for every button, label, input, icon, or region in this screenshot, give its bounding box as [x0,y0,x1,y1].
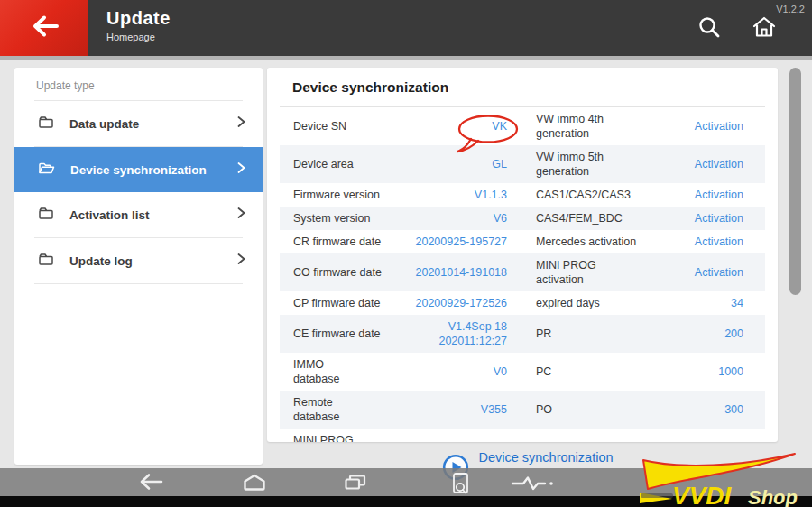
row-value: GL [492,157,507,171]
chevron-right-icon [236,115,246,133]
row-label: MINI PROG activation [536,258,695,287]
sidebar-item-label: Update log [69,254,236,268]
table-row: IMMO databaseV0 PC1000 [280,353,765,391]
sidebar-item-data-update[interactable]: Data update [14,101,263,146]
row-label: Remote database [293,395,481,424]
activation-link[interactable]: Activation [695,265,743,280]
device-info-table: Device SNVK VW immo 4th generationActiva… [280,107,765,442]
activation-link[interactable]: Activation [695,119,743,134]
row-value: V13 [487,440,507,442]
chevron-right-icon [236,161,246,179]
home-icon [751,28,778,43]
row-label: PO [536,402,724,417]
top-bar: Update Homepage V1.2.2 [0,0,812,56]
sidebar-item-device-synchronization[interactable]: Device synchronization [14,147,263,192]
row-label: CO firmware date [293,265,416,280]
row-value: 20201014-191018 [416,265,508,280]
table-row: Device areaGL VW immo 5th generationActi… [280,145,765,183]
row-label: CE firmware date [293,327,438,341]
row-value: 1000 [718,364,743,379]
back-arrow-icon [28,14,60,42]
nav-waveform-icon[interactable] [511,475,558,495]
row-label: CP firmware date [293,296,416,310]
table-row: Remote databaseV355 PO300 [280,391,765,429]
row-label: Device SN [293,119,492,134]
row-label: PR [536,327,724,341]
row-value: V6 [494,211,507,226]
row-label: Device area [293,157,492,171]
folder-open-icon [38,161,55,180]
row-label: Mercedes activation [536,235,695,249]
row-value: 20200929-172526 [416,296,508,310]
row-value: 20200925-195727 [416,235,508,249]
activation-link[interactable]: Activation [695,211,743,226]
sidebar-item-label: Activation list [69,208,236,222]
back-button[interactable] [0,0,88,56]
sidebar-item-update-log[interactable]: Update log [14,238,263,283]
device-sync-panel: Device synchronization Device SNVK VW im… [267,68,778,442]
row-label: Firmware version [293,188,475,202]
row-label: expired days [536,296,731,310]
table-row: System versionV6 CAS4/FEM_BDCActivation [280,207,765,230]
row-label: CAS4/FEM_BDC [536,211,695,226]
table-row: Firmware versionV1.1.3 CAS1/CAS2/CAS3Act… [280,183,765,207]
row-label: VW immo 4th generation [536,112,695,141]
folder-icon [38,115,54,134]
row-value: V355 [481,402,507,417]
row-value: V0 [494,364,507,379]
row-value: V1.1.3 [475,188,507,202]
chevron-right-icon [236,252,246,270]
page-title: Update [106,8,171,29]
folder-icon [38,252,54,271]
sidebar: Update type Data update Device synchroni… [14,68,263,465]
row-label: CR firmware date [293,235,416,249]
row-value: 34 [731,296,743,310]
search-button[interactable] [697,14,722,43]
activation-link[interactable]: Activation [695,157,743,171]
sidebar-item-label: Device synchronization [70,163,236,177]
page-subtitle: Homepage [106,32,171,42]
scrollbar[interactable] [789,68,801,295]
activation-link[interactable]: Activation [695,188,743,202]
table-row: CP firmware date20200929-172526 expired … [280,291,765,315]
chevron-right-icon [236,206,246,224]
row-label: IMMO database [293,357,494,386]
activation-link[interactable]: Activation [695,235,743,249]
android-nav-bar [0,468,812,496]
panel-heading: Device synchronization [292,79,752,106]
row-value: VK [492,119,507,134]
app-screen: Update Homepage V1.2.2 Update type Data … [0,0,812,507]
folder-icon [38,206,54,225]
action-label[interactable]: Device synchronization [474,448,618,467]
table-row: Device SNVK VW immo 4th generationActiva… [280,107,765,145]
home-button[interactable] [751,14,778,44]
nav-recents-icon[interactable] [343,473,368,495]
table-row: CE firmware dateV1.4Sep 18 202011:12:27 … [280,315,765,353]
table-row: CO firmware date20201014-191018 MINI PRO… [280,254,765,291]
topbar-divider [0,56,812,60]
row-value: 300 [724,402,743,417]
nav-home-icon[interactable] [242,473,267,495]
table-row: CR firmware date20200925-195727 Mercedes… [280,230,765,254]
table-row: MINI PROG databaseV13 PE2000 [280,429,765,442]
row-value: V1.4Sep 18 202011:12:27 [438,319,507,348]
bottom-black-strip [0,496,812,507]
row-label: PC [536,364,718,379]
title-block: Update Homepage [106,8,171,42]
version-label: V1.2.2 [776,4,805,14]
row-label: PE [536,440,718,442]
sidebar-item-activation-list[interactable]: Activation list [14,192,263,237]
row-label: MINI PROG database [293,433,487,442]
sidebar-header: Update type [14,68,263,100]
row-label: CAS1/CAS2/CAS3 [536,188,695,202]
row-value: 2000 [718,440,743,442]
row-label: VW immo 5th generation [536,150,695,179]
row-label: System version [293,211,494,226]
sidebar-item-label: Data update [69,117,236,131]
divider [34,283,243,284]
row-value: 200 [724,327,743,341]
search-icon [697,27,722,42]
nav-back-icon[interactable] [138,473,163,494]
